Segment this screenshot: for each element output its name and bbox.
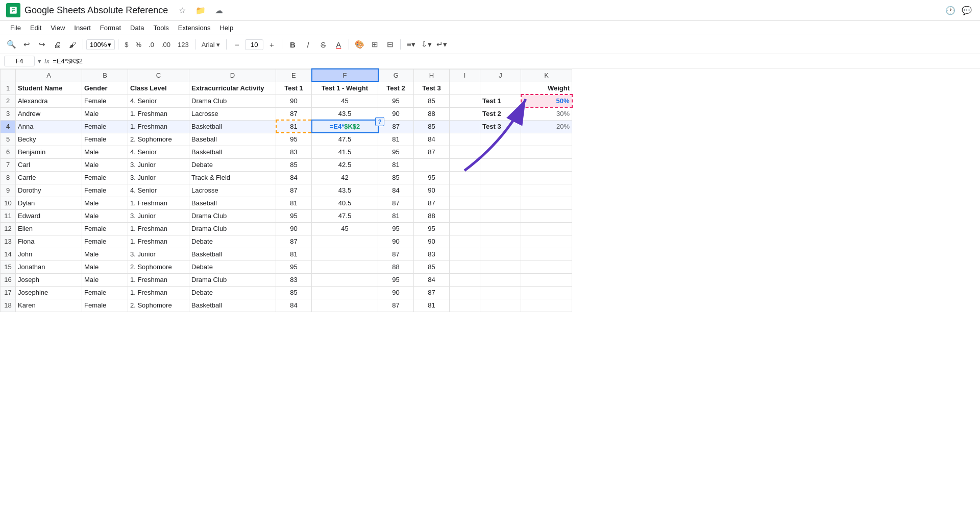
- cell-b7[interactable]: Male: [82, 158, 128, 171]
- cell-j16[interactable]: [480, 273, 521, 286]
- cell-f11[interactable]: 47.5: [312, 209, 378, 222]
- cell-i4[interactable]: [450, 120, 480, 133]
- cell-i17[interactable]: [450, 286, 480, 299]
- corner-cell[interactable]: [1, 69, 16, 82]
- cell-i9[interactable]: [450, 184, 480, 197]
- col-header-j[interactable]: J: [480, 69, 521, 82]
- cell-f9[interactable]: 43.5: [312, 184, 378, 197]
- menu-format[interactable]: Format: [96, 22, 125, 34]
- col-header-i[interactable]: I: [450, 69, 480, 82]
- cell-g17[interactable]: 90: [378, 286, 414, 299]
- cell-e7[interactable]: 85: [276, 158, 312, 171]
- cell-k1[interactable]: Weight: [521, 82, 572, 94]
- cell-h13[interactable]: 90: [414, 235, 450, 248]
- col-header-d[interactable]: D: [189, 69, 276, 82]
- cell-i6[interactable]: [450, 146, 480, 158]
- cell-g2[interactable]: 95: [378, 94, 414, 107]
- cell-h9[interactable]: 90: [414, 184, 450, 197]
- cell-j11[interactable]: [480, 209, 521, 222]
- cell-e9[interactable]: 87: [276, 184, 312, 197]
- cell-h17[interactable]: 87: [414, 286, 450, 299]
- cell-j8[interactable]: [480, 171, 521, 184]
- row-header-4[interactable]: 4: [1, 120, 16, 133]
- cell-f16[interactable]: [312, 273, 378, 286]
- row-header-2[interactable]: 2: [1, 94, 16, 107]
- row-header-17[interactable]: 17: [1, 286, 16, 299]
- cell-c4[interactable]: 1. Freshman: [128, 120, 189, 133]
- cell-j12[interactable]: [480, 222, 521, 235]
- cell-c7[interactable]: 3. Junior: [128, 158, 189, 171]
- cell-g10[interactable]: 87: [378, 197, 414, 209]
- cell-b16[interactable]: Male: [82, 273, 128, 286]
- cell-j6[interactable]: [480, 146, 521, 158]
- cell-f6[interactable]: 41.5: [312, 146, 378, 158]
- row-header-11[interactable]: 11: [1, 209, 16, 222]
- cell-i10[interactable]: [450, 197, 480, 209]
- undo-button[interactable]: ↩: [19, 37, 34, 52]
- cell-c3[interactable]: 1. Freshman: [128, 107, 189, 120]
- font-size-input[interactable]: 10: [245, 39, 263, 50]
- cell-b17[interactable]: Female: [82, 286, 128, 299]
- cell-f3[interactable]: 43.5: [312, 107, 378, 120]
- cell-a10[interactable]: Dylan: [16, 197, 82, 209]
- cell-b4[interactable]: Female: [82, 120, 128, 133]
- zoom-selector[interactable]: 100% ▾: [86, 39, 115, 50]
- cell-b18[interactable]: Female: [82, 299, 128, 312]
- cell-a18[interactable]: Karen: [16, 299, 82, 312]
- decimal-inc-button[interactable]: .00: [158, 40, 174, 50]
- cell-b8[interactable]: Female: [82, 171, 128, 184]
- cell-f12[interactable]: 45: [312, 222, 378, 235]
- cell-g8[interactable]: 85: [378, 171, 414, 184]
- cell-i5[interactable]: [450, 133, 480, 146]
- strikethrough-button[interactable]: S: [316, 37, 330, 52]
- bold-button[interactable]: B: [285, 37, 300, 52]
- menu-help[interactable]: Help: [215, 22, 237, 34]
- italic-button[interactable]: I: [301, 37, 315, 52]
- cell-i12[interactable]: [450, 222, 480, 235]
- font-size-dec[interactable]: −: [230, 37, 244, 52]
- row-header-15[interactable]: 15: [1, 260, 16, 273]
- row-header-10[interactable]: 10: [1, 197, 16, 209]
- cell-g7[interactable]: 81: [378, 158, 414, 171]
- col-header-c[interactable]: C: [128, 69, 189, 82]
- menu-extensions[interactable]: Extensions: [174, 22, 215, 34]
- cell-h2[interactable]: 85: [414, 94, 450, 107]
- cell-a8[interactable]: Carrie: [16, 171, 82, 184]
- cell-a2[interactable]: Alexandra: [16, 94, 82, 107]
- cell-e18[interactable]: 84: [276, 299, 312, 312]
- menu-edit[interactable]: Edit: [26, 22, 45, 34]
- cell-b15[interactable]: Male: [82, 260, 128, 273]
- col-header-h[interactable]: H: [414, 69, 450, 82]
- cell-j7[interactable]: [480, 158, 521, 171]
- row-header-12[interactable]: 12: [1, 222, 16, 235]
- cell-d15[interactable]: Debate: [189, 260, 276, 273]
- cell-b5[interactable]: Female: [82, 133, 128, 146]
- cell-d2[interactable]: Drama Club: [189, 94, 276, 107]
- col-header-k[interactable]: K: [521, 69, 572, 82]
- cell-f2[interactable]: 45: [312, 94, 378, 107]
- cell-e3[interactable]: 87: [276, 107, 312, 120]
- cell-f10[interactable]: 40.5: [312, 197, 378, 209]
- col-header-e[interactable]: E: [276, 69, 312, 82]
- cell-h7[interactable]: [414, 158, 450, 171]
- cell-h14[interactable]: 83: [414, 248, 450, 260]
- cell-e11[interactable]: 95: [276, 209, 312, 222]
- row-header-5[interactable]: 5: [1, 133, 16, 146]
- cell-d18[interactable]: Basketball: [189, 299, 276, 312]
- menu-file[interactable]: File: [6, 22, 25, 34]
- cell-f15[interactable]: [312, 260, 378, 273]
- cell-k6[interactable]: [521, 146, 572, 158]
- cell-a12[interactable]: Ellen: [16, 222, 82, 235]
- cell-b1[interactable]: Gender: [82, 82, 128, 94]
- cell-f5[interactable]: 47.5: [312, 133, 378, 146]
- cell-a17[interactable]: Josephine: [16, 286, 82, 299]
- cell-d10[interactable]: Baseball: [189, 197, 276, 209]
- row-header-3[interactable]: 3: [1, 107, 16, 120]
- row-header-6[interactable]: 6: [1, 146, 16, 158]
- cell-f8[interactable]: 42: [312, 171, 378, 184]
- cell-d1[interactable]: Extracurricular Activity: [189, 82, 276, 94]
- cell-j13[interactable]: [480, 235, 521, 248]
- cell-k7[interactable]: [521, 158, 572, 171]
- cell-e13[interactable]: 87: [276, 235, 312, 248]
- cell-g14[interactable]: 87: [378, 248, 414, 260]
